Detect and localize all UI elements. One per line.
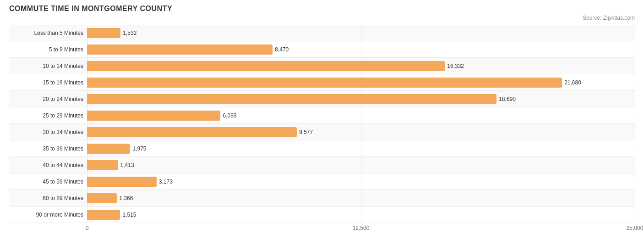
bar: 21,680 (87, 78, 562, 88)
bar-container: 16,332 (87, 58, 635, 74)
bar: 6,093 (87, 111, 220, 121)
bar-value: 16,332 (447, 63, 464, 69)
bar-value: 1,975 (132, 145, 146, 152)
bar-value: 3,173 (159, 179, 173, 185)
bar-row: 30 to 34 Minutes9,577 (9, 124, 635, 140)
bar-row: 40 to 44 Minutes1,413 (9, 157, 635, 173)
bar-label: 60 to 89 Minutes (9, 195, 87, 201)
bar-container: 8,470 (87, 41, 635, 57)
bar-container: 18,690 (87, 91, 635, 107)
bar-row: 10 to 14 Minutes16,332 (9, 58, 635, 74)
bar-value: 1,515 (122, 212, 136, 218)
bar-row: 45 to 59 Minutes3,173 (9, 173, 635, 190)
bar-row: 5 to 9 Minutes8,470 (9, 41, 635, 58)
bar: 16,332 (87, 61, 445, 71)
bar: 9,577 (87, 127, 297, 137)
source-line: Source: ZipAtlas.com (9, 15, 635, 21)
bar-label: 15 to 19 Minutes (9, 79, 87, 86)
x-axis-label: 0 (86, 225, 89, 231)
bar-container: 1,532 (87, 25, 635, 41)
bar-container: 9,577 (87, 124, 635, 140)
x-axis-label: 25,000 (627, 225, 644, 231)
bar-container: 6,093 (87, 107, 635, 123)
bar-value: 9,577 (299, 129, 313, 135)
bar-label: 5 to 9 Minutes (9, 46, 87, 53)
bar-label: 90 or more Minutes (9, 212, 87, 218)
bar-value: 21,680 (564, 79, 581, 86)
bar-label: 25 to 29 Minutes (9, 112, 87, 119)
bar: 8,470 (87, 45, 273, 55)
bar-label: 30 to 34 Minutes (9, 129, 87, 135)
bar-value: 1,532 (123, 30, 136, 36)
bar-row: 25 to 29 Minutes6,093 (9, 107, 635, 124)
x-axis-label: 12,500 (353, 225, 370, 231)
bar-container: 3,173 (87, 173, 635, 190)
bar-row: Less than 5 Minutes1,532 (9, 25, 635, 41)
bar-value: 1,366 (119, 195, 133, 201)
bar-row: 60 to 89 Minutes1,366 (9, 190, 635, 207)
bar: 1,515 (87, 210, 120, 220)
bar-value: 8,470 (275, 46, 289, 53)
bar-value: 18,690 (499, 96, 516, 102)
bar: 1,532 (87, 28, 120, 38)
bar: 3,173 (87, 177, 157, 187)
bar-label: 35 to 39 Minutes (9, 145, 87, 152)
bar: 1,366 (87, 193, 117, 203)
bar-row: 90 or more Minutes1,515 (9, 207, 635, 223)
bar-label: 45 to 59 Minutes (9, 179, 87, 185)
bar-value: 6,093 (223, 112, 236, 119)
bar-row: 35 to 39 Minutes1,975 (9, 140, 635, 157)
bar-container: 1,515 (87, 207, 635, 223)
bar: 1,975 (87, 144, 130, 154)
bar: 18,690 (87, 94, 497, 104)
bar: 1,413 (87, 160, 118, 170)
bar-label: 10 to 14 Minutes (9, 63, 87, 69)
bar-container: 1,413 (87, 157, 635, 173)
bar-value: 1,413 (120, 162, 134, 168)
bar-container: 1,366 (87, 190, 635, 206)
bar-label: 40 to 44 Minutes (9, 162, 87, 168)
bar-label: 20 to 24 Minutes (9, 96, 87, 102)
bar-container: 21,680 (87, 74, 635, 90)
bar-row: 15 to 19 Minutes21,680 (9, 74, 635, 91)
bar-row: 20 to 24 Minutes18,690 (9, 91, 635, 107)
chart-title: COMMUTE TIME IN MONTGOMERY COUNTY (9, 5, 635, 13)
bar-label: Less than 5 Minutes (9, 30, 87, 36)
bar-container: 1,975 (87, 140, 635, 156)
chart-area: Less than 5 Minutes1,5325 to 9 Minutes8,… (9, 25, 635, 223)
